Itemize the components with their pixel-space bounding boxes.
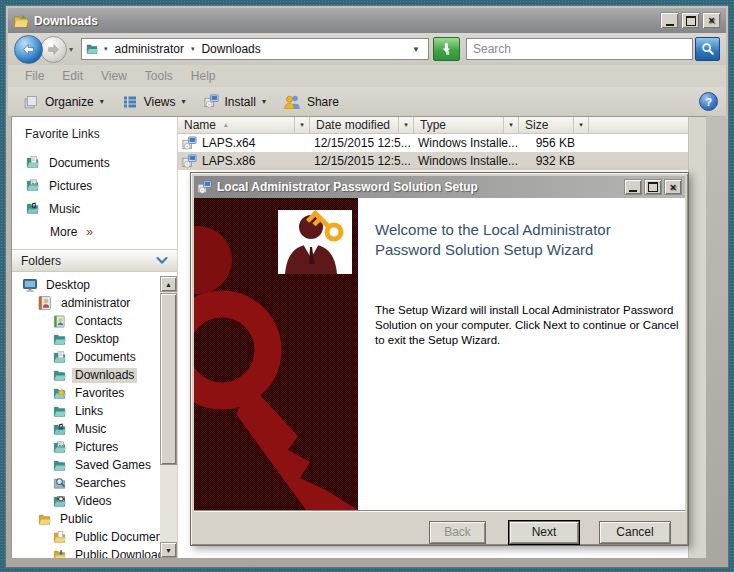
favorite-links-more[interactable]: More » xyxy=(12,220,177,249)
toolbar-views-button[interactable]: Views▾ xyxy=(113,91,195,113)
tree-item-public-downloads[interactable]: Public Downloads xyxy=(12,546,160,558)
tree-item-contacts[interactable]: Contacts xyxy=(12,312,160,330)
cancel-button[interactable]: Cancel xyxy=(599,521,671,544)
breadcrumb-items: ▾administrator▾Downloads xyxy=(99,41,263,57)
tree-item-documents[interactable]: Documents xyxy=(12,348,160,366)
tree-item-label: Public xyxy=(57,512,96,527)
tree-item-label: Favorites xyxy=(72,386,127,401)
sort-ascending-icon: ▴ xyxy=(224,121,228,129)
breadcrumb-downloads[interactable]: Downloads xyxy=(199,41,262,57)
refresh-button[interactable] xyxy=(433,37,460,61)
views-icon xyxy=(122,94,138,110)
search-input[interactable]: Search xyxy=(466,38,693,60)
desktop: { "window": { "title": "Downloads", "con… xyxy=(0,0,734,572)
tree-item-downloads[interactable]: Downloads xyxy=(12,366,160,384)
close-button[interactable]: × xyxy=(702,12,721,29)
column-header-type[interactable]: Type▾ xyxy=(414,117,519,134)
column-label: Type xyxy=(420,118,446,132)
scroll-up-button[interactable]: ▲ xyxy=(160,276,177,292)
laps-artwork-panel xyxy=(194,198,358,510)
column-dropdown-icon[interactable]: ▾ xyxy=(503,117,518,133)
dialog-title-bar[interactable]: Local Administrator Password Solution Se… xyxy=(194,176,685,198)
column-dropdown-icon[interactable]: ▾ xyxy=(573,117,588,133)
folders-band-label: Folders xyxy=(21,254,61,268)
tree-item-favorites[interactable]: Favorites xyxy=(12,384,160,402)
column-dropdown-icon[interactable]: ▾ xyxy=(294,117,309,133)
public-documents-icon xyxy=(52,530,67,545)
column-dropdown-icon[interactable]: ▾ xyxy=(398,117,413,133)
menu-view[interactable]: View xyxy=(92,67,136,85)
explorer-title-bar[interactable]: Downloads × xyxy=(8,8,726,33)
search-button[interactable] xyxy=(695,37,720,61)
tree-item-administrator[interactable]: administrator xyxy=(12,294,160,312)
msi-package-icon xyxy=(197,180,212,195)
tree-item-label: Desktop xyxy=(72,332,122,347)
toolbar-organize-button[interactable]: Organize▾ xyxy=(14,91,113,113)
favorite-link-music[interactable]: Music xyxy=(12,197,177,220)
breadcrumb-separator-icon: ▾ xyxy=(186,45,200,53)
tree-item-videos[interactable]: Videos xyxy=(12,492,160,510)
folder-icon xyxy=(52,458,67,473)
favorite-link-pictures[interactable]: Pictures xyxy=(12,174,177,197)
toolbar: Organize▾Views▾Install▾Share ? xyxy=(8,87,726,117)
dialog-close-button[interactable]: × xyxy=(664,179,682,195)
tree-scrollbar[interactable]: ▲ ▼ xyxy=(160,276,177,558)
file-name: LAPS.x64 xyxy=(202,136,255,150)
downloads-folder-icon xyxy=(13,13,29,29)
tree-item-music[interactable]: Music xyxy=(12,420,160,438)
tree-item-public[interactable]: Public xyxy=(12,510,160,528)
minimize-button[interactable] xyxy=(660,12,679,29)
tree-item-label: Public Downloads xyxy=(72,548,160,559)
breadcrumb-administrator[interactable]: administrator xyxy=(113,41,186,57)
toolbar-share-button[interactable]: Share xyxy=(275,91,348,112)
tree-item-label: Pictures xyxy=(72,440,121,455)
column-header-date-modified[interactable]: Date modified▾ xyxy=(310,117,414,134)
tree-item-links[interactable]: Links xyxy=(12,402,160,420)
desktop-icon xyxy=(22,277,38,293)
tree-item-saved-games[interactable]: Saved Games xyxy=(12,456,160,474)
recent-pages-dropdown[interactable]: ▾ xyxy=(67,45,77,54)
back-arrow-icon xyxy=(21,42,36,57)
tree-item-label: Documents xyxy=(72,350,139,365)
wizard-heading: Welcome to the Local Administrator Passw… xyxy=(375,220,677,261)
toolbar-install-button[interactable]: Install▾ xyxy=(195,91,275,112)
tree-item-public-documents[interactable]: Public Documents xyxy=(12,528,160,546)
dialog-minimize-button[interactable] xyxy=(624,179,642,195)
menu-edit[interactable]: Edit xyxy=(53,67,92,85)
maximize-button[interactable] xyxy=(681,12,700,29)
tree-item-desktop[interactable]: Desktop xyxy=(12,330,160,348)
next-button[interactable]: Next xyxy=(509,521,579,544)
column-header-size[interactable]: Size▾ xyxy=(519,117,589,134)
setup-wizard-dialog: Local Administrator Password Solution Se… xyxy=(190,172,689,546)
address-bar[interactable]: ▾administrator▾Downloads ▼ xyxy=(81,38,429,60)
column-header-filler xyxy=(589,117,688,134)
column-label: Name xyxy=(184,118,216,132)
file-size-cell: 956 KB xyxy=(519,136,589,150)
back-button[interactable] xyxy=(14,35,43,64)
help-button[interactable]: ? xyxy=(699,92,718,111)
folders-band[interactable]: Folders xyxy=(12,249,177,272)
scrollbar-thumb[interactable] xyxy=(160,293,177,465)
address-dropdown-icon[interactable]: ▼ xyxy=(407,45,425,54)
menu-file[interactable]: File xyxy=(16,67,53,85)
file-row-laps-x86[interactable]: LAPS.x8612/15/2015 12:5...Windows Instal… xyxy=(178,152,688,170)
tree-item-pictures[interactable]: Pictures xyxy=(12,438,160,456)
tree-item-desktop[interactable]: Desktop xyxy=(12,276,160,294)
tree-item-searches[interactable]: Searches xyxy=(12,474,160,492)
forward-button[interactable] xyxy=(40,36,67,63)
scroll-down-button[interactable]: ▼ xyxy=(160,542,177,558)
menu-tools[interactable]: Tools xyxy=(136,67,182,85)
back-button-wizard[interactable]: Back xyxy=(429,521,486,544)
dialog-maximize-button[interactable] xyxy=(644,179,662,195)
column-label: Size xyxy=(525,118,548,132)
msi-icon xyxy=(204,94,219,109)
menu-bar: FileEditViewToolsHelp xyxy=(8,65,726,87)
folder-tree-panel: DesktopadministratorContactsDesktopDocum… xyxy=(12,272,177,558)
minimize-icon xyxy=(629,190,637,192)
column-header-name[interactable]: Name▴▾ xyxy=(178,117,310,134)
file-row-laps-x64[interactable]: LAPS.x6412/15/2015 12:5...Windows Instal… xyxy=(178,134,688,152)
menu-help[interactable]: Help xyxy=(182,67,225,85)
file-size-cell: 932 KB xyxy=(519,154,589,168)
maximize-icon xyxy=(686,16,696,26)
favorite-link-documents[interactable]: Documents xyxy=(12,151,177,174)
